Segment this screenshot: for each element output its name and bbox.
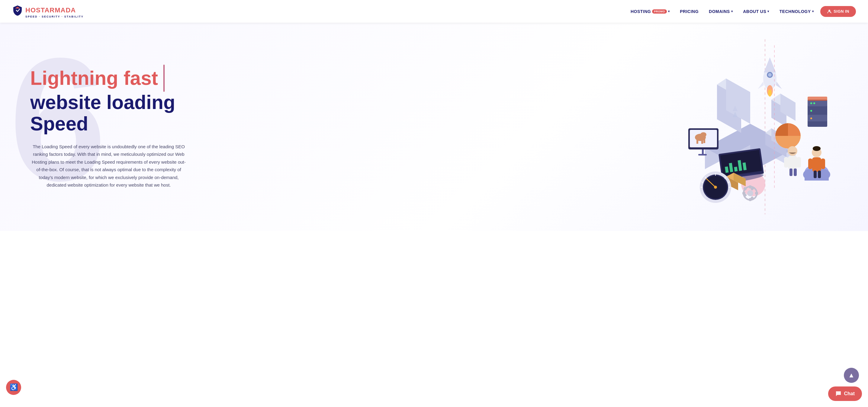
svg-rect-89 [818, 170, 821, 178]
svg-rect-81 [797, 157, 801, 167]
promo-badge: PROMO [652, 9, 667, 13]
svg-rect-17 [734, 167, 738, 171]
hero-title-line1: Lightning fast [30, 65, 187, 92]
nav-links: HOSTING PROMO ▾ PRICING DOMAINS ▾ ABOUT … [627, 6, 856, 17]
nav-hosting-label: HOSTING [630, 9, 651, 14]
svg-point-44 [810, 102, 812, 104]
svg-rect-48 [808, 97, 827, 101]
svg-rect-83 [794, 168, 797, 176]
svg-rect-88 [814, 170, 817, 178]
svg-point-37 [768, 89, 772, 97]
logo[interactable]: HOSTARMADA SPEED · SECURITY · STABILITY [12, 5, 84, 18]
navbar: HOSTARMADA SPEED · SECURITY · STABILITY … [0, 0, 868, 23]
hero-title-line2: website loading Speed [30, 92, 187, 134]
svg-point-67 [714, 186, 717, 189]
svg-point-90 [813, 146, 820, 151]
svg-point-27 [701, 132, 706, 137]
svg-rect-26 [704, 138, 705, 143]
svg-rect-79 [788, 156, 797, 169]
svg-rect-80 [784, 157, 788, 167]
nav-item-technology[interactable]: TECHNOLOGY ▾ [776, 7, 817, 16]
svg-point-69 [747, 190, 753, 196]
chevron-down-icon: ▾ [812, 10, 814, 13]
hero-section: 6 Lightning fast website loading Speed T… [0, 23, 868, 231]
svg-rect-82 [789, 168, 793, 176]
nav-item-pricing[interactable]: PRICING [676, 7, 702, 16]
nav-pricing-label: PRICING [680, 9, 699, 14]
nav-item-domains[interactable]: DOMAINS ▾ [705, 7, 736, 16]
svg-point-35 [768, 73, 772, 77]
nav-domains-label: DOMAINS [709, 9, 730, 14]
title-divider [163, 65, 164, 92]
svg-rect-25 [701, 139, 703, 144]
svg-rect-71 [749, 198, 751, 201]
svg-rect-85 [812, 157, 821, 172]
chevron-down-icon: ▾ [731, 10, 733, 13]
svg-rect-29 [698, 154, 707, 156]
logo-shield-icon [12, 5, 23, 16]
chevron-down-icon: ▾ [768, 10, 769, 13]
hero-content: Lightning fast website loading Speed The… [18, 65, 187, 189]
logo-tagline: SPEED · SECURITY · STABILITY [25, 15, 84, 18]
chevron-down-icon: ▾ [668, 10, 670, 13]
logo-text: HOSTARMADA [25, 6, 76, 14]
svg-point-46 [810, 110, 812, 112]
svg-rect-73 [755, 192, 758, 194]
svg-point-47 [810, 118, 812, 119]
svg-point-45 [813, 102, 815, 104]
hero-illustration [648, 39, 844, 214]
svg-marker-32 [758, 82, 764, 89]
nav-item-hosting[interactable]: HOSTING PROMO ▾ [627, 7, 673, 16]
svg-point-0 [829, 10, 830, 11]
nav-technology-label: TECHNOLOGY [779, 9, 811, 14]
sign-in-button[interactable]: SIGN IN [820, 6, 856, 17]
svg-rect-24 [696, 139, 698, 144]
svg-marker-33 [776, 82, 782, 89]
svg-rect-43 [808, 122, 827, 127]
svg-rect-70 [749, 185, 751, 188]
svg-rect-86 [808, 158, 812, 169]
sign-in-icon [827, 9, 832, 14]
svg-point-78 [788, 146, 797, 156]
nav-about-label: ABOUT US [743, 9, 766, 14]
hero-description: The Loading Speed of every website is un… [30, 143, 187, 189]
svg-rect-87 [821, 158, 825, 169]
isometric-scene [657, 39, 844, 208]
nav-item-about[interactable]: ABOUT US ▾ [739, 7, 773, 16]
